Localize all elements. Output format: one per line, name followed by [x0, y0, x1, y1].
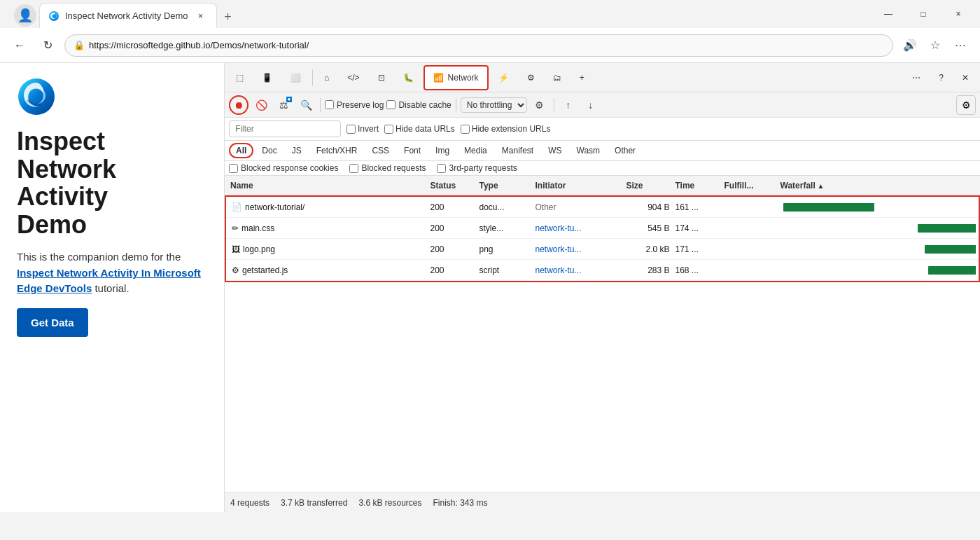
- table-row[interactable]: ⚙ getstarted.js 200 script network-tu...…: [226, 260, 979, 281]
- table-header: Name Status Type Initiator Size Time Ful…: [225, 176, 980, 195]
- url-bar[interactable]: 🔒 https://microsoftedge.github.io/Demos/…: [64, 34, 893, 57]
- resources-size: 3.6 kB resources: [358, 498, 421, 508]
- type-filter-other[interactable]: Other: [608, 144, 642, 158]
- devtools-tab-bar: ⬚ 📱 ⬜ ⌂ </> ⊡ 🐛 📶 Net: [225, 63, 980, 92]
- devtools-tab-elements[interactable]: </>: [339, 65, 368, 90]
- hide-data-urls-checkbox[interactable]: [384, 125, 393, 134]
- type-filter-doc[interactable]: Doc: [255, 144, 283, 158]
- devtools-tab-add[interactable]: +: [571, 65, 593, 90]
- type-filter-font[interactable]: Font: [398, 144, 427, 158]
- new-tab-button[interactable]: +: [217, 6, 239, 28]
- header-fulfill[interactable]: Fulfill...: [722, 181, 778, 191]
- type-filter-all[interactable]: All: [229, 143, 253, 158]
- clear-button[interactable]: 🚫: [251, 95, 271, 115]
- reload-button[interactable]: ↻: [36, 34, 59, 57]
- row2-initiator[interactable]: network-tu...: [533, 223, 624, 233]
- table-row[interactable]: 📄 network-tutorial/ 200 docu... Other 90…: [226, 197, 979, 218]
- header-size[interactable]: Size: [624, 181, 673, 191]
- home-icon: ⌂: [324, 73, 329, 83]
- preserve-log-checkbox-label[interactable]: Preserve log: [325, 100, 384, 110]
- hide-data-urls-label[interactable]: Hide data URLs: [384, 124, 455, 134]
- third-party-checkbox[interactable]: [437, 164, 446, 173]
- filter-input[interactable]: [229, 120, 341, 137]
- table-row[interactable]: 🖼 logo.png 200 png network-tu... 2.0 kB …: [226, 239, 979, 260]
- invert-checkbox[interactable]: [346, 125, 356, 134]
- throttle-settings-button[interactable]: ⚙: [530, 95, 550, 115]
- get-data-button[interactable]: Get Data: [17, 308, 88, 337]
- row4-initiator[interactable]: network-tu...: [533, 265, 624, 275]
- favorites-button[interactable]: ☆: [924, 34, 946, 57]
- browser-tab[interactable]: Inspect Network Activity Demo ×: [39, 3, 217, 28]
- blocked-requests-label[interactable]: Blocked requests: [349, 163, 426, 173]
- table-row[interactable]: ✏ main.css 200 style... network-tu... 54…: [226, 218, 979, 239]
- maximize-button[interactable]: □: [907, 3, 939, 25]
- read-aloud-button[interactable]: 🔊: [899, 34, 921, 57]
- search-button[interactable]: 🔍: [296, 95, 316, 115]
- waterfall-bar-4: [928, 266, 976, 275]
- css-icon: ✏: [232, 223, 239, 233]
- type-filter-js[interactable]: JS: [286, 144, 308, 158]
- filter-button[interactable]: ⚖ ●: [274, 95, 293, 115]
- header-name[interactable]: Name: [227, 181, 428, 191]
- preserve-log-checkbox[interactable]: [325, 100, 334, 109]
- type-filter-fetchxhr[interactable]: Fetch/XHR: [310, 144, 364, 158]
- blocked-requests-checkbox[interactable]: [349, 164, 358, 173]
- devtools-close-button[interactable]: ✕: [953, 65, 977, 90]
- devtools-tab-sources[interactable]: 🐛: [395, 65, 422, 90]
- toolbar-separator-1: [320, 98, 321, 112]
- type-filter-img[interactable]: Img: [429, 144, 456, 158]
- devtools-tab-inspect[interactable]: ⬚: [227, 65, 252, 90]
- type-filter-media[interactable]: Media: [458, 144, 493, 158]
- header-initiator[interactable]: Initiator: [533, 181, 624, 191]
- invert-checkbox-label[interactable]: Invert: [346, 124, 379, 134]
- back-button[interactable]: ←: [8, 34, 31, 57]
- tab-close-button[interactable]: ×: [194, 9, 208, 23]
- type-filter-wasm[interactable]: Wasm: [570, 144, 607, 158]
- edge-logo-icon: [17, 77, 56, 116]
- header-type[interactable]: Type: [477, 181, 533, 191]
- row3-waterfall: [778, 239, 976, 259]
- blocked-bar: Blocked response cookies Blocked request…: [225, 161, 980, 176]
- blocked-cookies-label[interactable]: Blocked response cookies: [229, 163, 338, 173]
- devtools-tab-console[interactable]: ⊡: [370, 65, 393, 90]
- record-button[interactable]: ⏺: [229, 95, 248, 115]
- import-button[interactable]: ↑: [559, 95, 578, 115]
- third-party-label[interactable]: 3rd-party requests: [437, 163, 517, 173]
- export-button[interactable]: ↓: [581, 95, 601, 115]
- minimize-button[interactable]: —: [872, 3, 904, 25]
- performance-icon: ⚡: [498, 73, 509, 83]
- row4-name: ⚙ getstarted.js: [229, 265, 428, 275]
- devtools-tab-network[interactable]: 📶 Network: [424, 65, 489, 90]
- devtools-more-button[interactable]: ⋯: [904, 65, 929, 90]
- header-status[interactable]: Status: [428, 181, 477, 191]
- row3-status: 200: [428, 244, 477, 254]
- devtools-tab-panel-toggle[interactable]: ⬜: [282, 65, 309, 90]
- type-filter-manifest[interactable]: Manifest: [496, 144, 540, 158]
- devtools-tab-home[interactable]: ⌂: [316, 65, 337, 90]
- hide-extension-urls-label[interactable]: Hide extension URLs: [461, 124, 551, 134]
- sources-icon: 🐛: [403, 73, 414, 83]
- third-party-text: 3rd-party requests: [449, 163, 517, 173]
- devtools-tab-application[interactable]: 🗂: [545, 65, 570, 90]
- header-time[interactable]: Time: [673, 181, 722, 191]
- disable-cache-checkbox[interactable]: [386, 100, 396, 109]
- devtools-tab-performance[interactable]: ⚡: [490, 65, 517, 90]
- hide-extension-urls-checkbox[interactable]: [461, 125, 470, 134]
- devtools-panel: ⬚ 📱 ⬜ ⌂ </> ⊡ 🐛 📶 Net: [224, 63, 980, 512]
- disable-cache-checkbox-label[interactable]: Disable cache: [386, 100, 451, 110]
- tab-separator-1: [312, 69, 313, 86]
- waterfall-bar-2: [918, 224, 976, 233]
- throttle-select[interactable]: No throttling Slow 3G Fast 3G Offline: [461, 97, 527, 113]
- close-button[interactable]: ×: [942, 3, 974, 25]
- devtools-tab-device[interactable]: 📱: [253, 65, 281, 90]
- type-filter-css[interactable]: CSS: [365, 144, 396, 158]
- network-settings-button[interactable]: ⚙: [956, 95, 976, 115]
- row3-initiator[interactable]: network-tu...: [533, 244, 624, 254]
- type-filter-ws[interactable]: WS: [542, 144, 568, 158]
- blocked-cookies-checkbox[interactable]: [229, 164, 238, 173]
- header-waterfall[interactable]: Waterfall: [778, 181, 978, 191]
- devtools-help-button[interactable]: ?: [930, 65, 952, 90]
- browser-menu-button[interactable]: ⋯: [949, 34, 972, 57]
- row4-type: script: [477, 265, 533, 275]
- devtools-tab-memory[interactable]: ⚙: [519, 65, 543, 90]
